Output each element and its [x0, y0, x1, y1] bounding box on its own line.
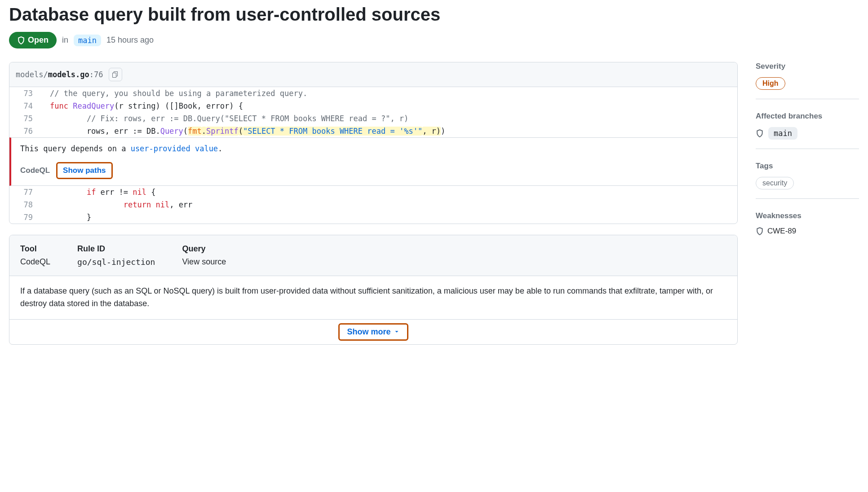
tags-section: Tags security: [756, 162, 859, 199]
weaknesses-heading: Weaknesses: [756, 211, 859, 220]
copy-path-button[interactable]: [109, 68, 122, 81]
code-line: 74func ReadQuery(r string) ([]Book, erro…: [9, 100, 737, 112]
alert-block: This query depends on a user-provided va…: [9, 137, 737, 186]
line-code: return nil, err: [41, 198, 737, 211]
code-line: 75 // Fix: rows, err := DB.Query("SELECT…: [9, 112, 737, 125]
tool-value: CodeQL: [20, 257, 50, 267]
weakness-cwe[interactable]: CWE-89: [767, 227, 796, 236]
line-code: // Fix: rows, err := DB.Query("SELECT * …: [41, 112, 737, 125]
shield-icon: [756, 227, 764, 235]
rule-id-value: go/sql-injection: [77, 257, 155, 267]
severity-section: Severity High: [756, 62, 859, 99]
shield-icon: [17, 36, 25, 44]
query-view-source-link[interactable]: View source: [182, 257, 226, 267]
line-number: 75: [9, 112, 41, 125]
show-more-row: Show more: [9, 319, 737, 344]
status-badge: Open: [9, 32, 57, 48]
code-line: 79 }: [9, 211, 737, 224]
status-in-text: in: [62, 35, 68, 45]
code-lines-after: 77 if err != nil {78 return nil, err79 }: [9, 186, 737, 224]
show-more-button[interactable]: Show more: [338, 323, 408, 341]
line-code: if err != nil {: [41, 186, 737, 198]
tag-security[interactable]: security: [756, 177, 794, 189]
file-path-dir: models/: [16, 70, 48, 79]
weaknesses-section: Weaknesses CWE-89: [756, 211, 859, 245]
line-number: 78: [9, 198, 41, 211]
status-row: Open in main 15 hours ago: [9, 32, 859, 48]
line-number: 74: [9, 100, 41, 112]
line-number: 76: [9, 125, 41, 137]
tags-heading: Tags: [756, 162, 859, 171]
copy-icon: [112, 71, 119, 78]
severity-value: High: [756, 77, 785, 90]
page-title: Database query built from user-controlle…: [9, 4, 859, 25]
details-description: If a database query (such as an SQL or N…: [9, 276, 737, 319]
alert-tool-label: CodeQL: [20, 166, 50, 175]
affected-branches-section: Affected branches main: [756, 112, 859, 149]
alert-message: This query depends on a user-provided va…: [20, 144, 731, 153]
alert-user-value-link[interactable]: user-provided value: [131, 144, 218, 153]
line-number: 77: [9, 186, 41, 198]
sidebar: Severity High Affected branches main Tag…: [756, 62, 859, 345]
code-line: 78 return nil, err: [9, 198, 737, 211]
code-lines-before: 73// the query, you should be using a pa…: [9, 87, 737, 137]
affected-branch-chip[interactable]: main: [768, 127, 797, 140]
details-card: Tool CodeQL Rule ID go/sql-injection Que…: [9, 235, 738, 345]
query-label: Query: [182, 244, 226, 254]
branch-chip[interactable]: main: [74, 35, 101, 46]
shield-icon: [756, 129, 764, 137]
code-card: models/models.go:76 73// the query, you …: [9, 62, 738, 224]
chevron-down-icon: [394, 329, 400, 335]
file-path-line: :76: [89, 70, 103, 79]
affected-branches-heading: Affected branches: [756, 112, 859, 121]
line-code: func ReadQuery(r string) ([]Book, error)…: [41, 100, 737, 112]
file-path[interactable]: models/models.go:76: [16, 70, 103, 79]
status-label: Open: [28, 35, 49, 45]
alert-msg-suffix: .: [218, 144, 222, 153]
severity-heading: Severity: [756, 62, 859, 71]
show-more-label: Show more: [347, 327, 390, 337]
alert-msg-prefix: This query depends on a: [20, 144, 131, 153]
file-path-name: models.go: [48, 70, 89, 79]
details-header: Tool CodeQL Rule ID go/sql-injection Que…: [9, 235, 737, 276]
line-code: }: [41, 211, 737, 224]
code-line: 76 rows, err := DB.Query(fmt.Sprintf("SE…: [9, 125, 737, 137]
line-code: // the query, you should be using a para…: [41, 87, 737, 100]
tool-label: Tool: [20, 244, 50, 254]
rule-id-label: Rule ID: [77, 244, 155, 254]
code-file-header: models/models.go:76: [9, 62, 737, 87]
code-line: 77 if err != nil {: [9, 186, 737, 198]
line-number: 73: [9, 87, 41, 100]
line-code: rows, err := DB.Query(fmt.Sprintf("SELEC…: [41, 125, 737, 137]
timestamp: 15 hours ago: [106, 35, 154, 45]
code-line: 73// the query, you should be using a pa…: [9, 87, 737, 100]
line-number: 79: [9, 211, 41, 224]
show-paths-button[interactable]: Show paths: [56, 162, 112, 179]
